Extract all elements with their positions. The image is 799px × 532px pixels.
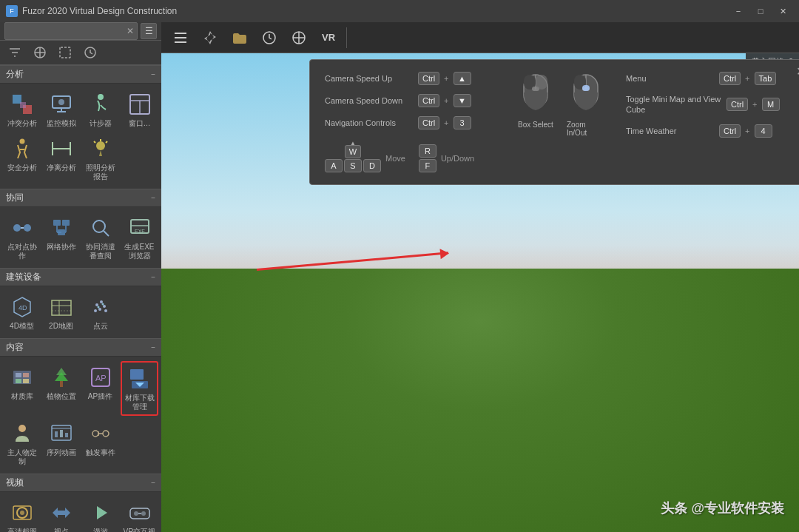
svg-rect-60	[60, 381, 63, 387]
ctrl-key-3: Ctrl	[418, 116, 439, 129]
weather-label: Time Weather	[626, 127, 715, 135]
safety-analysis-item[interactable]: 安全分析	[3, 132, 41, 184]
section-building-collapse[interactable]: −	[151, 273, 155, 281]
generate-exe-label: 生成EXE浏览器	[122, 243, 157, 260]
clearance-analysis-item[interactable]: 净离分析	[42, 132, 80, 184]
section-analysis-collapse[interactable]: −	[151, 70, 155, 78]
search-box[interactable]: ✕	[4, 22, 138, 40]
conflict-icon	[9, 91, 36, 118]
filter-review-item[interactable]: 协同消遣番查阅	[81, 212, 119, 263]
svg-point-24	[13, 224, 21, 232]
section-collab-label: 协同	[6, 192, 24, 204]
close-button[interactable]: ✕	[772, 0, 793, 22]
4d-model-item[interactable]: 4D 4D模型	[3, 291, 41, 334]
svg-rect-70	[60, 430, 63, 437]
4d-model-icon: 4D	[9, 294, 36, 320]
camera-down-label: Camera Speed Down	[325, 96, 414, 105]
ap-label: AP插件	[88, 392, 112, 401]
filter-btn[interactable]	[3, 41, 27, 64]
navigate-btn[interactable]	[286, 24, 312, 51]
list-view-btn[interactable]	[167, 24, 194, 51]
shortcut-popup: ✕ Camera Speed Up Ctrl + ▲ Camera Speed …	[309, 59, 799, 185]
ap-plugin-item[interactable]: AP AP插件	[81, 361, 119, 416]
menu-shortcut-label: Menu	[626, 74, 715, 83]
plant-icon	[48, 364, 75, 391]
viewpoint-item[interactable]: 视点	[42, 496, 80, 532]
material-download-item[interactable]: 材库下载管理	[121, 361, 158, 416]
mouse-svg-1	[518, 72, 553, 118]
hd-screenshot-item[interactable]: 高清截图	[3, 496, 41, 532]
svg-rect-54	[16, 373, 21, 377]
shortcut-camera-up-row: Camera Speed Up Ctrl + ▲	[325, 72, 496, 85]
shortcut-close-btn[interactable]: ✕	[796, 64, 799, 78]
p2p-collab-item[interactable]: 点对点协作	[3, 212, 41, 263]
2d-map-item[interactable]: 2D地图	[42, 291, 80, 334]
clock-btn[interactable]	[256, 24, 283, 51]
section-content-collapse[interactable]: −	[151, 343, 155, 351]
window-controls[interactable]: − □ ✕	[728, 0, 793, 22]
point-cloud-item[interactable]: 点云	[81, 291, 119, 334]
select-btn[interactable]	[53, 41, 77, 64]
shortcut-nav-row: Navigation Controls Ctrl + 3	[325, 116, 496, 129]
roam-item[interactable]: 漫游	[81, 496, 119, 532]
main-layout: ✕ ☰ 分析 −	[0, 22, 799, 532]
avatar-item[interactable]: 主人物定制	[3, 417, 41, 469]
lighting-analysis-item[interactable]: 照明分析报告	[81, 132, 119, 184]
section-video-collapse[interactable]: −	[151, 479, 155, 487]
network-collab-item[interactable]: 网络协作	[42, 212, 80, 263]
building-grid: 4D 4D模型 2D地图 点云	[0, 286, 161, 338]
menu-button[interactable]: ☰	[141, 23, 157, 39]
vr-interact-item[interactable]: VR交互视器	[121, 496, 158, 532]
conflict-analysis-item[interactable]: 冲突分析	[3, 88, 41, 131]
svg-rect-57	[23, 379, 29, 383]
monitor-sim-item[interactable]: 监控模拟	[42, 88, 80, 131]
section-collab-collapse[interactable]: −	[151, 194, 155, 202]
ctrl-key-2: Ctrl	[418, 94, 439, 107]
sequence-anim-label: 序列动画	[47, 448, 76, 457]
svg-rect-71	[65, 433, 68, 437]
material-download-icon	[127, 366, 153, 392]
search-clear-icon[interactable]: ✕	[127, 26, 134, 36]
pedometer-label: 计步器	[90, 119, 112, 128]
app-title: Fuzor 2020 Virtual Design Construction	[22, 6, 177, 16]
mouse-illustrations: Box Select Zoom In/Out	[516, 72, 605, 172]
svg-rect-102	[536, 75, 547, 90]
move-btn[interactable]	[197, 24, 223, 51]
svg-point-52	[101, 303, 104, 306]
sequence-anim-item[interactable]: 序列动画	[42, 417, 80, 469]
minimize-button[interactable]: −	[728, 0, 749, 22]
history-btn[interactable]	[78, 41, 102, 64]
svg-rect-41	[52, 300, 71, 315]
vr-mode-btn[interactable]: VR	[315, 24, 342, 51]
clearance-icon	[48, 135, 75, 162]
clearance-label: 净离分析	[47, 164, 76, 172]
ctrl-key-4: Ctrl	[719, 72, 741, 85]
folder-btn[interactable]	[226, 24, 253, 51]
svg-line-35	[104, 231, 109, 236]
window-item[interactable]: 窗口…	[121, 88, 158, 131]
svg-point-47	[103, 305, 106, 308]
title-bar-left: F Fuzor 2020 Virtual Design Construction	[6, 5, 177, 17]
svg-point-50	[104, 309, 107, 312]
generate-exe-item[interactable]: EXE 生成EXE浏览器	[121, 212, 158, 263]
zoom-mouse: Zoom In/Out	[567, 72, 605, 137]
subdivide-btn[interactable]	[28, 41, 52, 64]
svg-point-16	[19, 139, 24, 144]
monitor-label: 监控模拟	[47, 119, 76, 128]
maximize-button[interactable]: □	[750, 0, 771, 22]
svg-point-25	[24, 224, 31, 232]
svg-marker-93	[204, 31, 216, 44]
search-input[interactable]	[8, 27, 127, 36]
updown-label: Up/Down	[441, 154, 474, 163]
box-select-label: Box Select	[518, 121, 553, 129]
pedometer-item[interactable]: 计步器	[81, 88, 119, 131]
ctrl-key-1: Ctrl	[418, 72, 439, 85]
plant-position-item[interactable]: 植物位置	[42, 361, 80, 416]
a-key: A	[325, 159, 343, 172]
trigger-event-item[interactable]: 触发事件	[81, 417, 119, 469]
up-arrow-key: ▲	[454, 72, 471, 85]
content-grid: 材质库 植物位置 AP AP插件 材库下载管理	[0, 357, 161, 474]
material-lib-icon	[9, 364, 36, 391]
material-lib-item[interactable]: 材质库	[3, 361, 41, 416]
avatar-icon	[9, 420, 36, 447]
